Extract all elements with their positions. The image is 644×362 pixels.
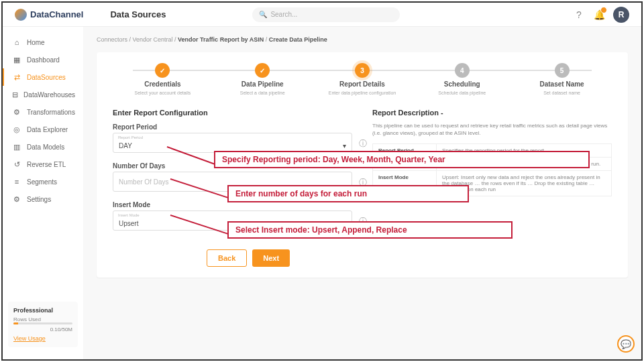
nav-icon: ↺: [12, 160, 21, 169]
notification-badge: [600, 7, 607, 13]
nav-icon: ≡: [12, 177, 21, 186]
sidebar-item-datasources[interactable]: ⇄DataSources: [3, 68, 83, 86]
sidebar: ⌂Home▦Dashboard⇄DataSources⊟DataWarehous…: [3, 27, 83, 359]
breadcrumb: Connectors / Vendor Central / Vendor Tra…: [97, 36, 628, 43]
page-title: Data Sources: [110, 9, 166, 19]
next-button[interactable]: Next: [252, 249, 290, 267]
annotation-1: Specify Reporting period: Day, Week, Mon…: [214, 151, 590, 168]
sidebar-item-home[interactable]: ⌂Home: [3, 34, 83, 51]
report-description-title: Report Description -: [372, 109, 612, 117]
nav-icon: ▦: [12, 55, 21, 64]
step-dataset-name[interactable]: 5Dataset NameSet dataset name: [512, 63, 612, 95]
nav-icon: ⇄: [12, 72, 21, 82]
nav-icon: ▥: [12, 142, 21, 152]
topbar: DataChannel Data Sources 🔍 Search... ? 🔔…: [3, 3, 641, 27]
nav-icon: ⊟: [12, 90, 18, 99]
report-period-select[interactable]: DAY ▾: [113, 133, 352, 153]
report-period-field: Report Period Report Period DAY ▾ ⓘ: [113, 123, 352, 153]
step-report-details[interactable]: 3Report DetailsEnter data pipeline confi…: [313, 63, 413, 95]
avatar[interactable]: R: [613, 7, 629, 23]
sidebar-item-dashboard[interactable]: ▦Dashboard: [3, 51, 83, 68]
sidebar-item-data models[interactable]: ▥Data Models: [3, 138, 83, 156]
info-icon[interactable]: ⓘ: [359, 138, 367, 149]
nav-icon: ⚙: [12, 107, 21, 117]
sidebar-item-settings[interactable]: ⚙Settings: [3, 190, 83, 208]
nav-icon: ⚙: [12, 194, 21, 204]
annotation-2: Enter number of days for each run: [227, 185, 469, 202]
search-placeholder: Search...: [270, 11, 297, 18]
step-data-pipeline[interactable]: ✓Data PipelineSelect a data pipeline: [213, 63, 313, 95]
plan-card: Professsional Rows Used 0.10/50M View Us…: [8, 302, 78, 347]
annotation-3: Select Insert mode: Upsert, Append, Repl…: [227, 221, 513, 239]
nav-icon: ◎: [12, 125, 21, 134]
view-usage-link[interactable]: View Usage: [13, 335, 46, 342]
brand-name: DataChannel: [30, 9, 83, 19]
notifications-icon[interactable]: 🔔: [593, 9, 605, 21]
sidebar-item-segments[interactable]: ≡Segments: [3, 173, 83, 190]
back-button[interactable]: Back: [207, 249, 247, 267]
nav-icon: ⌂: [12, 38, 21, 47]
plan-rows-label: Rows Used: [13, 316, 72, 322]
report-description-text: This pipeline can be used to request and…: [372, 122, 612, 137]
brand-logo[interactable]: DataChannel: [15, 9, 83, 21]
chat-button[interactable]: 💬: [617, 335, 635, 353]
main-content: Connectors / Vendor Central / Vendor Tra…: [83, 27, 641, 359]
help-icon[interactable]: ?: [573, 9, 585, 21]
search-icon: 🔍: [259, 11, 267, 18]
search-input[interactable]: 🔍 Search...: [252, 7, 400, 22]
plan-name: Professsional: [13, 307, 72, 314]
stepper: ✓CredentialsSelect your account details✓…: [113, 63, 612, 95]
sidebar-item-data explorer[interactable]: ◎Data Explorer: [3, 121, 83, 138]
step-scheduling[interactable]: 4SchedulingSchedule data pipeline: [412, 63, 512, 95]
sidebar-item-transformations[interactable]: ⚙Transformations: [3, 103, 83, 121]
sidebar-item-reverse etl[interactable]: ↺Reverse ETL: [3, 156, 83, 173]
plan-rows-value: 0.10/50M: [13, 326, 72, 333]
chevron-down-icon: ▾: [343, 142, 346, 149]
sidebar-item-datawarehouses[interactable]: ⊟DataWarehouses: [3, 86, 83, 103]
form-section-title: Enter Report Configuration: [113, 109, 352, 117]
plan-usage-bar: [13, 322, 72, 324]
brand-icon: [15, 9, 27, 21]
step-credentials[interactable]: ✓CredentialsSelect your account details: [113, 63, 213, 95]
